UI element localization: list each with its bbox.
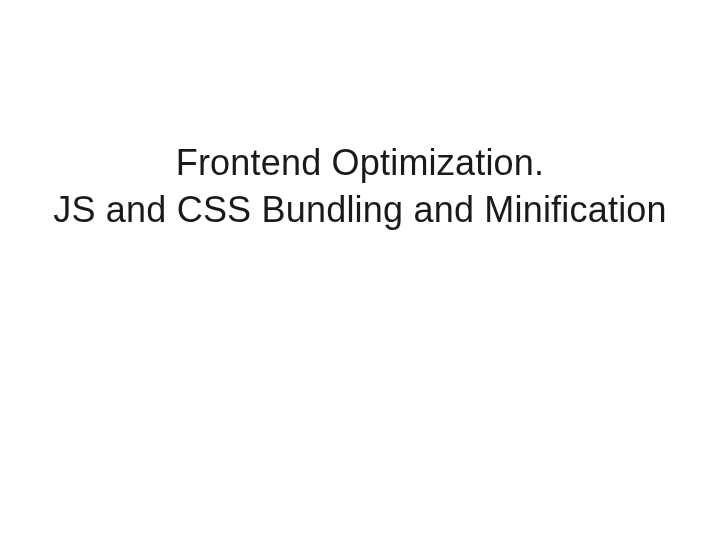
title-line-2: JS and CSS Bundling and Minification [53, 189, 667, 230]
title-line-1: Frontend Optimization. [176, 142, 545, 183]
slide-container: Frontend Optimization. JS and CSS Bundli… [0, 0, 720, 540]
slide-title: Frontend Optimization. JS and CSS Bundli… [45, 140, 675, 234]
